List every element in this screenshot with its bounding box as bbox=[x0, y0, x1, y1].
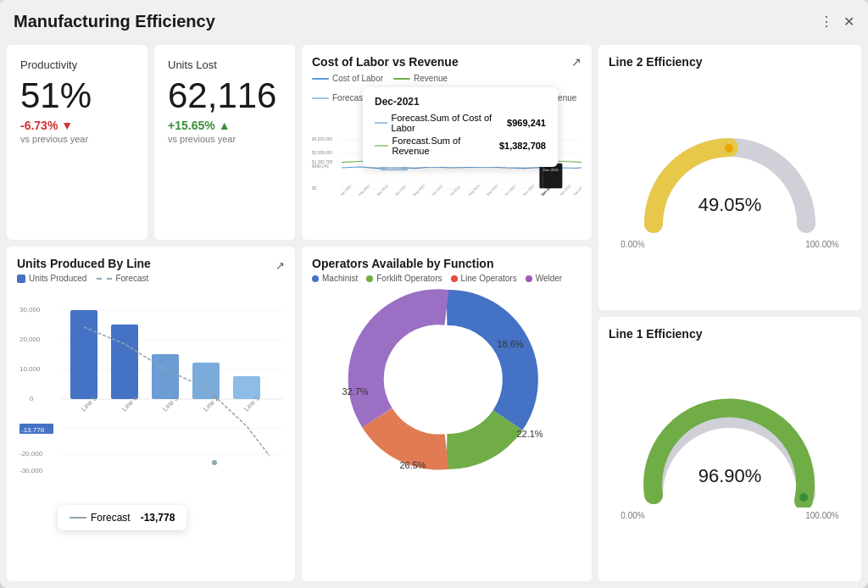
expand-icon[interactable]: ↗ bbox=[571, 55, 581, 69]
legend-revenue: Revenue bbox=[393, 74, 448, 83]
units-chart-title: Units Produced By Line bbox=[17, 257, 151, 270]
productivity-value: 51% bbox=[20, 78, 134, 114]
tooltip-date: Dec-2021 bbox=[375, 96, 546, 108]
svg-text:May-2021: May-2021 bbox=[412, 182, 426, 197]
svg-text:$969,241: $969,241 bbox=[312, 164, 330, 169]
svg-rect-48 bbox=[70, 310, 97, 399]
cost-labor-chart: Cost of Labor vs Revenue ↗ Cost of Labor… bbox=[302, 45, 592, 240]
dashboard: Productivity 51% -6.73% ▼ vs previous ye… bbox=[0, 38, 868, 588]
units-chart-svg: 30,000 20,000 10,000 0 -10,000 -13,778 -… bbox=[17, 286, 285, 490]
svg-text:49.05%: 49.05% bbox=[698, 194, 762, 215]
svg-rect-50 bbox=[152, 354, 179, 399]
units-lost-label: Units Lost bbox=[168, 58, 281, 71]
svg-rect-51 bbox=[192, 363, 220, 399]
cost-chart-title: Cost of Labor vs Revenue bbox=[312, 55, 581, 69]
svg-text:Mar-2021: Mar-2021 bbox=[376, 183, 389, 197]
svg-text:Jan-2021: Jan-2021 bbox=[339, 183, 353, 197]
close-icon[interactable]: ✕ bbox=[843, 14, 854, 30]
units-produced-card: Units Produced By Line ↗ Units Produced … bbox=[7, 247, 295, 581]
line2-gauge-svg: 49.05% bbox=[637, 126, 823, 236]
tooltip-forecast-rev: Forecast.Sum of Revenue $1,382,708 bbox=[375, 136, 546, 156]
svg-text:-30,000: -30,000 bbox=[19, 467, 43, 474]
svg-text:Jun-2021: Jun-2021 bbox=[431, 183, 444, 197]
operators-title: Operators Available by Function bbox=[312, 257, 581, 270]
productivity-card: Productivity 51% -6.73% ▼ vs previous ye… bbox=[7, 45, 147, 240]
operators-card: Operators Available by Function Machinis… bbox=[302, 247, 592, 581]
window-title: Manufacturing Efficiency bbox=[14, 12, 215, 31]
svg-text:10,000: 10,000 bbox=[19, 365, 41, 373]
svg-point-31 bbox=[799, 493, 808, 502]
svg-text:Aug-2021: Aug-2021 bbox=[467, 183, 481, 197]
svg-text:Nov-2021: Nov-2021 bbox=[522, 183, 536, 197]
kpi-section: Productivity 51% -6.73% ▼ vs previous ye… bbox=[7, 45, 295, 240]
units-lost-card: Units Lost 62,116 +15.65% ▲ vs previous … bbox=[154, 45, 295, 240]
svg-text:Oct-2021: Oct-2021 bbox=[504, 183, 517, 197]
svg-text:96.90%: 96.90% bbox=[698, 465, 762, 486]
svg-text:30,000: 30,000 bbox=[19, 306, 41, 313]
cost-chart-tooltip: Dec-2021 Forecast.Sum of Cost of Labor $… bbox=[363, 87, 558, 167]
forecast-tooltip: Forecast -13,778 bbox=[58, 505, 186, 530]
line2-gauge-labels: 0.00% 100.00% bbox=[620, 240, 838, 249]
more-options-icon[interactable]: ⋮ bbox=[820, 14, 833, 30]
tooltip-forecast-cost: Forecast.Sum of Cost of Labor $969,241 bbox=[375, 113, 546, 133]
productivity-vs: vs previous year bbox=[20, 134, 134, 144]
units-lost-vs: vs previous year bbox=[168, 134, 281, 144]
svg-text:$2,000,000: $2,000,000 bbox=[312, 151, 333, 155]
forecast-dash bbox=[70, 517, 86, 519]
svg-text:26.5%: 26.5% bbox=[399, 460, 426, 470]
svg-text:$1,382,708: $1,382,708 bbox=[312, 160, 333, 164]
svg-text:Feb-2022: Feb-2022 bbox=[572, 183, 581, 197]
units-lost-value: 62,116 bbox=[168, 78, 281, 114]
line1-min-label: 0.00% bbox=[620, 511, 644, 520]
forecast-value: -13,778 bbox=[141, 512, 175, 524]
svg-point-53 bbox=[212, 460, 217, 465]
productivity-change: -6.73% ▼ bbox=[20, 119, 134, 132]
title-bar: Manufacturing Efficiency ⋮ ✕ bbox=[0, 0, 868, 38]
svg-text:32.7%: 32.7% bbox=[342, 386, 368, 397]
svg-text:-13,778: -13,778 bbox=[21, 426, 45, 434]
svg-point-29 bbox=[725, 144, 733, 153]
line2-max-label: 100.00% bbox=[805, 240, 838, 249]
svg-point-59 bbox=[404, 337, 489, 422]
efficiency-section: Line 2 Efficiency 49.05% 0.00% 100.00% bbox=[598, 45, 861, 581]
svg-text:22.1%: 22.1% bbox=[516, 429, 542, 439]
svg-text:$0: $0 bbox=[312, 186, 317, 191]
up-arrow-icon: ▲ bbox=[219, 119, 231, 132]
svg-text:-20,000: -20,000 bbox=[19, 450, 43, 458]
svg-text:0: 0 bbox=[30, 395, 34, 402]
svg-rect-49 bbox=[111, 325, 138, 399]
units-expand-icon[interactable]: ↗ bbox=[275, 259, 285, 272]
units-chart-legend: Units Produced Forecast bbox=[17, 274, 285, 283]
svg-text:Sep-2021: Sep-2021 bbox=[486, 183, 499, 197]
svg-text:20,000: 20,000 bbox=[19, 336, 41, 343]
svg-text:Jul-2021: Jul-2021 bbox=[449, 184, 462, 197]
svg-text:18.6%: 18.6% bbox=[497, 339, 523, 349]
svg-text:Dec-2021: Dec-2021 bbox=[543, 168, 559, 172]
line1-max-label: 100.00% bbox=[805, 511, 838, 520]
svg-text:Feb-2021: Feb-2021 bbox=[358, 183, 371, 197]
legend-cost-of-labor: Cost of Labor bbox=[312, 74, 383, 83]
operators-legend: Machinist Forklift Operators Line Operat… bbox=[312, 274, 581, 283]
line2-min-label: 0.00% bbox=[620, 240, 644, 249]
operators-donut-svg: 18.6% 22.1% 26.5% 32.7% bbox=[337, 286, 557, 473]
line1-gauge: 96.90% 0.00% 100.00% bbox=[609, 347, 851, 572]
line2-title: Line 2 Efficiency bbox=[609, 55, 851, 69]
line1-gauge-svg: 96.90% bbox=[637, 397, 823, 508]
line2-efficiency-card: Line 2 Efficiency 49.05% 0.00% 100.00% bbox=[598, 45, 861, 310]
window-controls: ⋮ ✕ bbox=[820, 14, 854, 30]
svg-text:Apr-2021: Apr-2021 bbox=[394, 183, 408, 197]
line1-efficiency-card: Line 1 Efficiency 96.90% 0.00% 100.00% bbox=[598, 317, 861, 582]
line2-gauge: 49.05% 0.00% 100.00% bbox=[609, 75, 851, 300]
units-lost-change: +15.65% ▲ bbox=[168, 119, 281, 132]
line1-gauge-labels: 0.00% 100.00% bbox=[620, 511, 838, 520]
productivity-label: Productivity bbox=[20, 58, 134, 71]
down-arrow-icon: ▼ bbox=[61, 119, 73, 132]
svg-text:$4,000,000: $4,000,000 bbox=[312, 137, 333, 141]
line1-title: Line 1 Efficiency bbox=[609, 327, 851, 341]
main-window: Manufacturing Efficiency ⋮ ✕ Productivit… bbox=[0, 0, 868, 588]
